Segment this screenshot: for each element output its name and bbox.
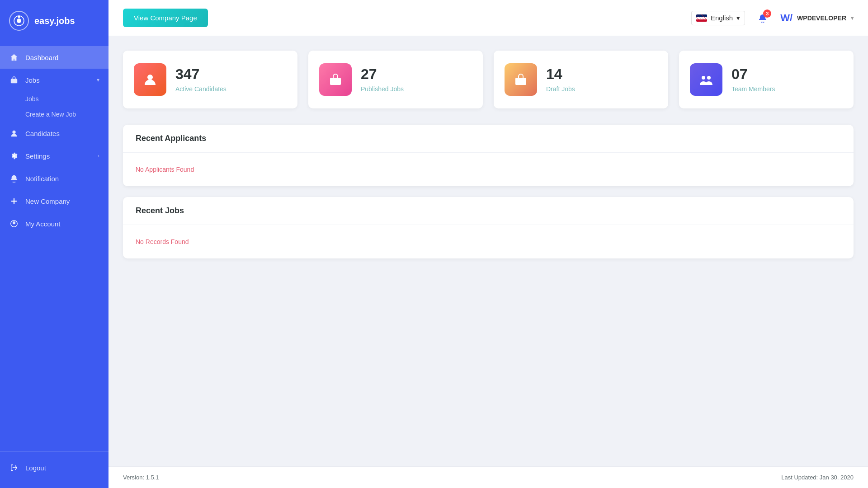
active-candidates-icon	[134, 63, 166, 96]
nav-items: Dashboard Jobs ▾ Jobs Create a New Job C…	[0, 42, 108, 451]
jobs-label: Jobs	[25, 76, 90, 84]
published-jobs-icon	[319, 63, 352, 96]
sidebar-item-candidates[interactable]: Candidates	[0, 122, 108, 145]
draft-jobs-icon	[505, 63, 537, 96]
svg-point-2	[18, 16, 20, 18]
company-chevron-icon: ▾	[851, 15, 854, 21]
wp-logo: W/	[780, 12, 793, 24]
version-text: Version: 1.5.1	[123, 474, 159, 481]
flag-icon	[696, 14, 707, 22]
company-selector[interactable]: W/ WPDEVELOPER ▾	[780, 12, 854, 24]
active-candidates-number: 347	[175, 66, 226, 82]
svg-point-9	[335, 80, 337, 83]
jobs-arrow: ▾	[97, 77, 99, 83]
recent-applicants-body: No Applicants Found	[123, 153, 854, 186]
published-jobs-info: 27 Published Jobs	[361, 66, 404, 92]
stats-grid: 347 Active Candidates 27 Published Jobs	[123, 51, 854, 108]
notification-label: Notification	[25, 175, 99, 183]
logout-label: Logout	[25, 464, 99, 472]
recent-jobs-section: Recent Jobs No Records Found	[123, 197, 854, 258]
logo-container: easy.jobs	[0, 0, 108, 42]
view-company-button[interactable]: View Company Page	[123, 9, 208, 27]
header-right: English ▾ 3 W/ WPDEVELOPER ▾	[691, 9, 854, 27]
stat-card-active-candidates: 347 Active Candidates	[123, 51, 297, 108]
my-account-label: My Account	[25, 220, 99, 228]
sidebar: easy.jobs Dashboard Jobs ▾ Jobs Create a…	[0, 0, 108, 488]
candidates-label: Candidates	[25, 130, 99, 137]
footer: Version: 1.5.1 Last Updated: Jan 30, 202…	[108, 466, 868, 488]
plus-icon	[9, 196, 19, 206]
recent-jobs-header: Recent Jobs	[123, 197, 854, 225]
svg-rect-3	[11, 79, 17, 83]
no-records-message: No Records Found	[136, 238, 189, 245]
logo-text: easy.jobs	[34, 16, 75, 26]
recent-jobs-body: No Records Found	[123, 225, 854, 258]
sidebar-item-jobs-list[interactable]: Jobs	[25, 91, 108, 107]
notification-badge: 3	[763, 9, 771, 18]
active-candidates-label: Active Candidates	[175, 85, 226, 93]
stat-card-draft-jobs: 14 Draft Jobs	[494, 51, 668, 108]
draft-jobs-info: 14 Draft Jobs	[546, 66, 575, 92]
dashboard-content: 347 Active Candidates 27 Published Jobs	[108, 36, 868, 466]
svg-point-12	[702, 76, 705, 80]
new-company-label: New Company	[25, 197, 99, 205]
last-updated-text: Last Updated: Jan 30, 2020	[781, 474, 854, 481]
settings-icon	[9, 151, 19, 161]
lang-chevron-icon: ▾	[736, 14, 740, 22]
language-selector[interactable]: English ▾	[691, 11, 745, 25]
sidebar-item-dashboard[interactable]: Dashboard	[0, 46, 108, 69]
sidebar-item-notification[interactable]: Notification	[0, 167, 108, 190]
header: View Company Page English ▾ 3 W/ WPDEVEL…	[108, 0, 868, 36]
settings-label: Settings	[25, 152, 91, 160]
stat-card-published-jobs: 27 Published Jobs	[308, 51, 483, 108]
svg-point-4	[12, 131, 15, 134]
sidebar-item-new-company[interactable]: New Company	[0, 190, 108, 212]
briefcase-icon	[9, 75, 19, 85]
svg-point-7	[147, 75, 153, 80]
team-members-label: Team Members	[731, 85, 775, 93]
my-account-icon	[9, 219, 19, 229]
logout-icon	[9, 463, 19, 473]
header-left: View Company Page	[123, 9, 208, 27]
active-candidates-info: 347 Active Candidates	[175, 66, 226, 92]
draft-jobs-number: 14	[546, 66, 575, 82]
published-jobs-label: Published Jobs	[361, 85, 404, 93]
recent-applicants-section: Recent Applicants No Applicants Found	[123, 125, 854, 186]
recent-applicants-header: Recent Applicants	[123, 125, 854, 153]
logo-icon	[9, 11, 29, 31]
sidebar-item-my-account[interactable]: My Account	[0, 212, 108, 235]
recent-applicants-title: Recent Applicants	[136, 134, 841, 143]
sidebar-item-logout[interactable]: Logout	[0, 456, 108, 479]
svg-point-1	[17, 19, 21, 23]
main-content: View Company Page English ▾ 3 W/ WPDEVEL…	[108, 0, 868, 488]
sidebar-item-settings[interactable]: Settings ›	[0, 145, 108, 167]
sidebar-bottom: Logout	[0, 451, 108, 488]
team-members-number: 07	[731, 66, 775, 82]
published-jobs-number: 27	[361, 66, 404, 82]
company-name: WPDEVELOPER	[797, 14, 846, 22]
wp-w-icon: W/	[780, 12, 793, 24]
svg-point-5	[13, 221, 15, 224]
language-label: English	[711, 14, 733, 22]
sidebar-item-create-job[interactable]: Create a New Job	[25, 107, 108, 122]
notification-icon	[9, 174, 19, 183]
home-icon	[9, 52, 19, 62]
svg-point-13	[707, 76, 711, 80]
team-members-icon	[690, 63, 722, 96]
sidebar-item-jobs[interactable]: Jobs ▾	[0, 69, 108, 91]
candidates-icon	[9, 128, 19, 138]
no-applicants-message: No Applicants Found	[136, 166, 194, 173]
stat-card-team-members: 07 Team Members	[679, 51, 854, 108]
recent-jobs-title: Recent Jobs	[136, 206, 841, 216]
jobs-subitems: Jobs Create a New Job	[0, 91, 108, 122]
settings-arrow: ›	[98, 153, 99, 159]
draft-jobs-label: Draft Jobs	[546, 85, 575, 93]
dashboard-label: Dashboard	[25, 54, 99, 61]
svg-point-11	[520, 80, 522, 83]
team-members-info: 07 Team Members	[731, 66, 775, 92]
notification-button[interactable]: 3	[754, 9, 771, 27]
